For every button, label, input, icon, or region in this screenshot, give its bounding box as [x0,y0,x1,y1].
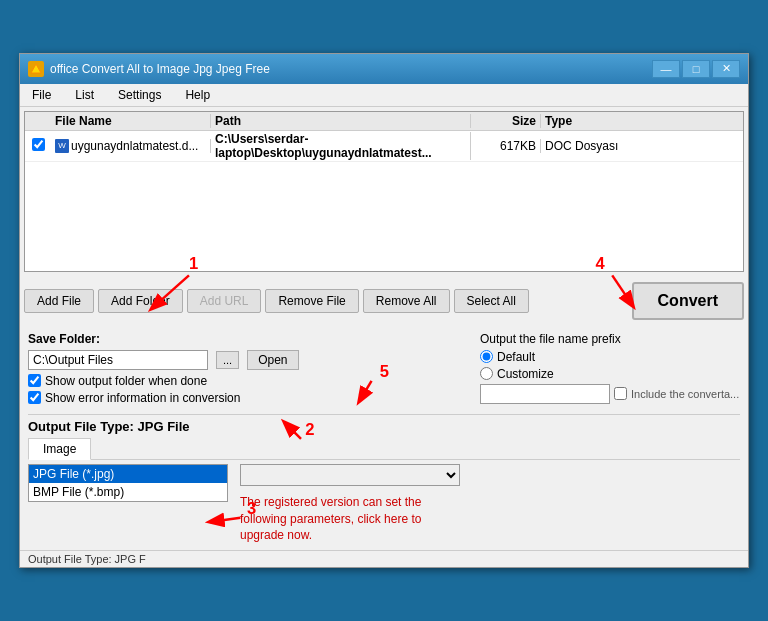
include-label: Include the converta... [631,388,739,400]
default-radio[interactable] [480,350,493,363]
menu-settings[interactable]: Settings [114,86,165,104]
col-path-header: Path [211,114,471,128]
customize-input[interactable] [480,384,610,404]
row-name: W uygunaydnlatmatest.d... [51,139,211,153]
col-size-header: Size [471,114,541,128]
row-type: DOC Dosyası [541,139,743,153]
title-bar: office Convert All to Image Jpg Jpeg Fre… [20,54,748,84]
lower-section: Save Folder: ... Open Show output folder… [20,326,748,550]
save-folder-label: Save Folder: [28,332,100,346]
close-button[interactable]: ✕ [712,60,740,78]
menu-file[interactable]: File [28,86,55,104]
window-controls: — □ ✕ [652,60,740,78]
include-checkbox[interactable] [614,387,627,400]
row-path: C:\Users\serdar-laptop\Desktop\uygunaydn… [211,132,471,160]
row-size: 617KB [471,139,541,153]
format-list: JPG File (*.jpg) BMP File (*.bmp) [28,464,228,502]
output-type-value: JPG File [138,419,190,434]
right-panel: The registered version can set the follo… [240,464,740,544]
default-radio-label: Default [497,350,535,364]
col-type-header: Type [541,114,743,128]
customize-radio-label: Customize [497,367,554,381]
output-type-label: Output File Type: [28,419,134,434]
file-table: File Name Path Size Type W uygunaydnlatm… [24,111,744,272]
output-type-row: Output File Type: JPG File [28,414,740,434]
browse-button[interactable]: ... [216,351,239,369]
menu-list[interactable]: List [71,86,98,104]
select-all-button[interactable]: Select All [454,289,529,313]
format-options-dropdown[interactable] [240,464,460,486]
doc-icon: W [55,139,69,153]
include-row: Include the converta... [480,384,740,404]
show-output-label: Show output folder when done [45,374,207,388]
save-folder-input-row: ... Open [28,350,464,370]
add-url-button[interactable]: Add URL [187,289,262,313]
action-buttons: Add File Add Folder Add URL Remove File … [20,276,748,326]
menu-bar: File List Settings Help [20,84,748,107]
add-file-button[interactable]: Add File [24,289,94,313]
customize-radio[interactable] [480,367,493,380]
table-body: W uygunaydnlatmatest.d... C:\Users\serda… [25,131,743,271]
col-check-header [25,114,51,128]
svg-marker-0 [31,64,41,73]
remove-file-button[interactable]: Remove File [265,289,358,313]
table-row[interactable]: W uygunaydnlatmatest.d... C:\Users\serda… [25,131,743,162]
bottom-section: JPG File (*.jpg) BMP File (*.bmp) The re… [28,464,740,544]
status-bar: Output File Type: JPG F [20,550,748,567]
tab-image[interactable]: Image [28,438,91,460]
minimize-button[interactable]: — [652,60,680,78]
show-error-row: Show error information in conversion [28,391,464,405]
window-title: office Convert All to Image Jpg Jpeg Fre… [50,62,270,76]
format-jpg[interactable]: JPG File (*.jpg) [29,465,227,483]
tab-bar: Image [28,438,740,460]
default-radio-row: Default [480,350,740,364]
menu-help[interactable]: Help [181,86,214,104]
customize-radio-row: Customize [480,367,740,381]
show-error-label: Show error information in conversion [45,391,240,405]
table-header: File Name Path Size Type [25,112,743,131]
format-section: JPG File (*.jpg) BMP File (*.bmp) [28,464,228,502]
show-output-row: Show output folder when done [28,374,464,388]
maximize-button[interactable]: □ [682,60,710,78]
row-checkbox[interactable] [25,138,51,154]
add-folder-button[interactable]: Add Folder [98,289,183,313]
output-prefix-label: Output the file name prefix [480,332,740,346]
save-folder-row: Save Folder: [28,332,464,346]
save-folder-input[interactable] [28,350,208,370]
open-button[interactable]: Open [247,350,298,370]
format-bmp[interactable]: BMP File (*.bmp) [29,483,227,501]
remove-all-button[interactable]: Remove All [363,289,450,313]
status-text: Output File Type: JPG F [28,553,146,565]
convert-button[interactable]: Convert [632,282,744,320]
show-error-checkbox[interactable] [28,391,41,404]
upgrade-notice[interactable]: The registered version can set the follo… [240,494,460,544]
col-name-header: File Name [51,114,211,128]
show-output-checkbox[interactable] [28,374,41,387]
app-icon [28,61,44,77]
